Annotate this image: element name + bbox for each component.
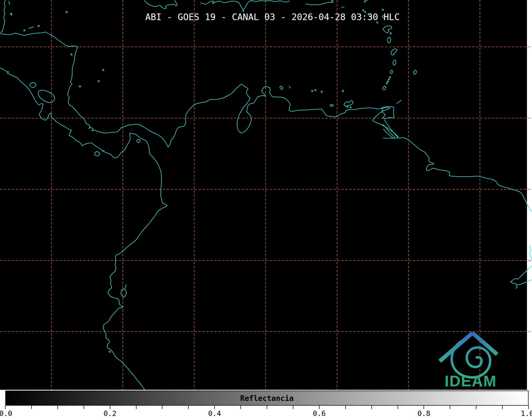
colorbar-tick	[293, 406, 293, 409]
colorbar-tick	[476, 406, 476, 409]
colorbar-tick	[528, 406, 529, 409]
colorbar-footer: Reflectancia 0.00.20.40.60.81.0	[0, 390, 532, 417]
colorbar: Reflectancia	[5, 391, 529, 406]
colorbar-tick-label: 0.6	[313, 409, 326, 417]
colorbar-tick	[267, 406, 267, 409]
colorbar-tick	[5, 406, 6, 409]
colorbar-tick	[345, 406, 346, 409]
colorbar-tick-label: 1.0	[521, 409, 532, 417]
colorbar-tick-label: 0.4	[208, 409, 221, 417]
dawn-lit-edge	[527, 0, 532, 390]
colorbar-label: Reflectancia	[240, 394, 294, 402]
colorbar-tick	[398, 406, 398, 409]
colorbar-tick	[214, 406, 215, 409]
colorbar-tick	[162, 406, 162, 409]
colorbar-tick	[57, 406, 58, 409]
colorbar-tick	[319, 406, 320, 409]
map-background	[0, 0, 532, 390]
colorbar-tick	[110, 406, 110, 409]
logo-wordmark: IDEAM	[445, 372, 497, 389]
coastline	[331, 2, 334, 2]
colorbar-tick	[502, 406, 503, 409]
satellite-image-viewport: IDEAM ABI - GOES 19 - CANAL 03 - 2026-04…	[0, 0, 532, 417]
map-title: ABI - GOES 19 - CANAL 03 - 2026-04-28 03…	[145, 12, 400, 22]
colorbar-tick	[188, 406, 189, 409]
colorbar-tick	[31, 406, 32, 409]
colorbar-tick	[450, 406, 450, 409]
coastline	[365, 0, 367, 1]
colorbar-tick	[84, 406, 84, 409]
colorbar-tick	[371, 406, 372, 409]
colorbar-tick-label: 0.8	[417, 409, 430, 417]
colorbar-tick	[240, 406, 241, 409]
satellite-map: IDEAM	[0, 0, 532, 390]
colorbar-tick	[424, 406, 424, 409]
colorbar-tick-label: 0.2	[103, 409, 116, 417]
colorbar-tick-label: 0.0	[0, 409, 12, 417]
colorbar-tick	[136, 406, 137, 409]
